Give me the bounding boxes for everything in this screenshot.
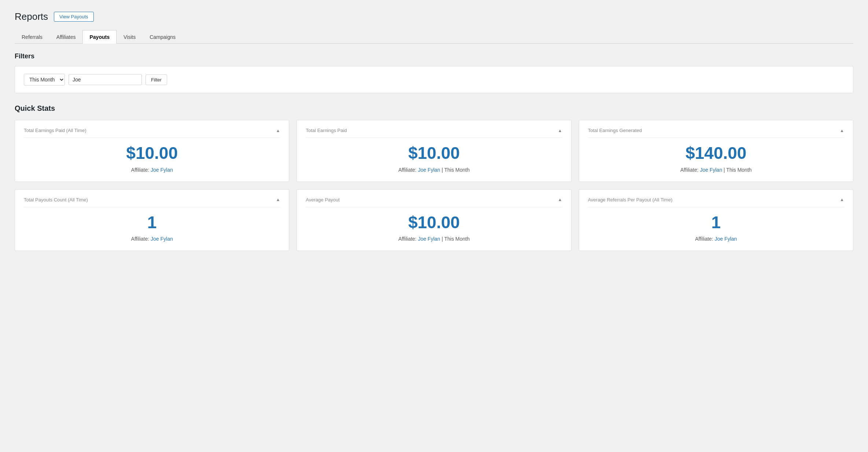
- affiliate-link-3[interactable]: Joe Fylan: [151, 236, 173, 242]
- affiliate-link-4[interactable]: Joe Fylan: [418, 236, 440, 242]
- stat-card-label-0: Total Earnings Paid (All Time): [24, 128, 87, 133]
- stat-card-value-1: $10.00: [306, 144, 562, 163]
- filters-box: This Month Last Month This Year All Time…: [15, 66, 853, 93]
- filters-row: This Month Last Month This Year All Time…: [24, 74, 844, 85]
- sort-arrow-icon-5[interactable]: ▲: [840, 197, 844, 202]
- stat-card-label-3: Total Payouts Count (All Time): [24, 197, 88, 203]
- stat-card-header-1: Total Earnings Paid ▲: [306, 128, 562, 138]
- stats-grid: Total Earnings Paid (All Time) ▲ $10.00 …: [15, 120, 853, 251]
- stat-card-header-5: Average Referrals Per Payout (All Time) …: [588, 197, 844, 207]
- affiliate-link-2[interactable]: Joe Fylan: [700, 167, 722, 173]
- stat-card-0: Total Earnings Paid (All Time) ▲ $10.00 …: [15, 120, 289, 182]
- page-header: Reports View Payouts: [15, 11, 853, 22]
- stat-card-label-1: Total Earnings Paid: [306, 128, 347, 133]
- stat-card-meta-1: Affiliate: Joe Fylan | This Month: [306, 167, 562, 173]
- stat-card-label-5: Average Referrals Per Payout (All Time): [588, 197, 673, 203]
- tabs-nav: Referrals Affiliates Payouts Visits Camp…: [15, 30, 853, 44]
- stat-card-3: Total Payouts Count (All Time) ▲ 1 Affil…: [15, 189, 289, 251]
- stat-card-meta-3: Affiliate: Joe Fylan: [24, 236, 280, 242]
- sort-arrow-icon-0[interactable]: ▲: [276, 128, 280, 133]
- stat-card-meta-4: Affiliate: Joe Fylan | This Month: [306, 236, 562, 242]
- filters-section: Filters This Month Last Month This Year …: [15, 52, 853, 93]
- stat-card-header-0: Total Earnings Paid (All Time) ▲: [24, 128, 280, 138]
- stat-card-label-4: Average Payout: [306, 197, 339, 203]
- filters-title: Filters: [15, 52, 853, 60]
- sort-arrow-icon-2[interactable]: ▲: [840, 128, 844, 133]
- tab-payouts[interactable]: Payouts: [82, 30, 116, 44]
- stat-card-value-4: $10.00: [306, 213, 562, 232]
- stat-card-meta-5: Affiliate: Joe Fylan: [588, 236, 844, 242]
- stat-card-meta-0: Affiliate: Joe Fylan: [24, 167, 280, 173]
- stat-card-5: Average Referrals Per Payout (All Time) …: [579, 189, 853, 251]
- tab-affiliates[interactable]: Affiliates: [49, 30, 83, 44]
- quick-stats-title: Quick Stats: [15, 104, 853, 113]
- stat-card-1: Total Earnings Paid ▲ $10.00 Affiliate: …: [297, 120, 571, 182]
- date-filter-select[interactable]: This Month Last Month This Year All Time: [24, 74, 65, 85]
- stat-card-header-2: Total Earnings Generated ▲: [588, 128, 844, 138]
- sort-arrow-icon-4[interactable]: ▲: [558, 197, 562, 202]
- stat-card-2: Total Earnings Generated ▲ $140.00 Affil…: [579, 120, 853, 182]
- filter-button[interactable]: Filter: [146, 74, 167, 85]
- view-payouts-button[interactable]: View Payouts: [54, 12, 94, 22]
- tab-referrals[interactable]: Referrals: [15, 30, 49, 44]
- sort-arrow-icon-3[interactable]: ▲: [276, 197, 280, 202]
- stat-card-value-0: $10.00: [24, 144, 280, 163]
- sort-arrow-icon-1[interactable]: ▲: [558, 128, 562, 133]
- stat-card-value-5: 1: [588, 213, 844, 232]
- quick-stats-section: Quick Stats Total Earnings Paid (All Tim…: [15, 104, 853, 251]
- stat-card-value-3: 1: [24, 213, 280, 232]
- affiliate-link-0[interactable]: Joe Fylan: [151, 167, 173, 173]
- stat-card-4: Average Payout ▲ $10.00 Affiliate: Joe F…: [297, 189, 571, 251]
- tab-visits[interactable]: Visits: [117, 30, 143, 44]
- stat-card-header-4: Average Payout ▲: [306, 197, 562, 207]
- affiliate-link-5[interactable]: Joe Fylan: [715, 236, 737, 242]
- stat-card-value-2: $140.00: [588, 144, 844, 163]
- affiliate-link-1[interactable]: Joe Fylan: [418, 167, 440, 173]
- stat-card-label-2: Total Earnings Generated: [588, 128, 642, 133]
- affiliate-search-input[interactable]: [69, 74, 142, 85]
- stat-card-meta-2: Affiliate: Joe Fylan | This Month: [588, 167, 844, 173]
- page-title: Reports: [15, 11, 48, 22]
- tab-campaigns[interactable]: Campaigns: [143, 30, 183, 44]
- stat-card-header-3: Total Payouts Count (All Time) ▲: [24, 197, 280, 207]
